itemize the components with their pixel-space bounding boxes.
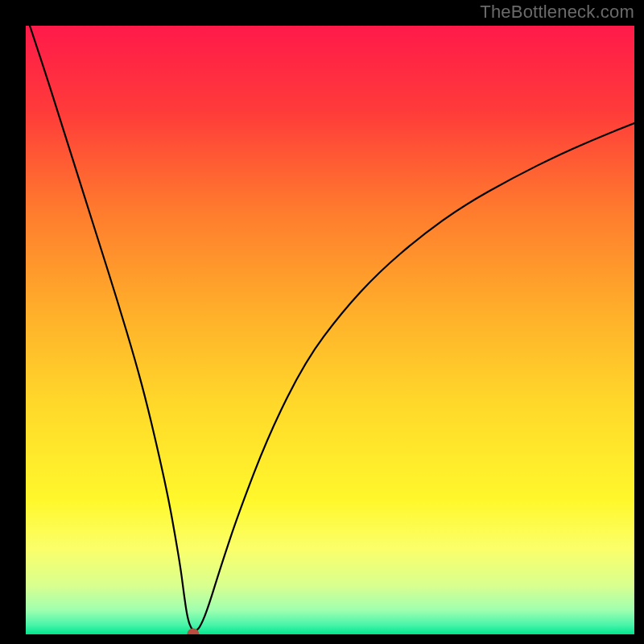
- gradient-background: [26, 26, 634, 634]
- chart-svg: [26, 26, 634, 634]
- watermark-text: TheBottleneck.com: [480, 2, 634, 23]
- chart-frame: TheBottleneck.com: [0, 0, 644, 644]
- plot-area: [26, 26, 634, 634]
